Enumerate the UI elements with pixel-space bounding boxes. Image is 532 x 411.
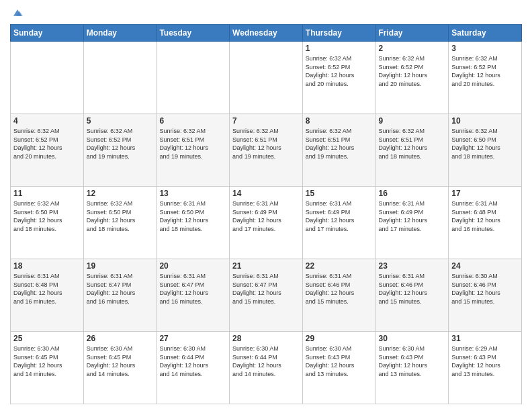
day-info: Sunrise: 6:32 AM Sunset: 6:52 PM Dayligh… xyxy=(379,54,446,88)
day-cell: 8Sunrise: 6:32 AM Sunset: 6:51 PM Daylig… xyxy=(302,114,375,187)
calendar-table: SundayMondayTuesdayWednesdayThursdayFrid… xyxy=(10,24,522,404)
day-number: 18 xyxy=(13,261,81,271)
day-cell: 10Sunrise: 6:32 AM Sunset: 6:50 PM Dayli… xyxy=(449,114,522,187)
day-cell: 2Sunrise: 6:32 AM Sunset: 6:52 PM Daylig… xyxy=(375,42,449,114)
day-info: Sunrise: 6:32 AM Sunset: 6:52 PM Dayligh… xyxy=(451,54,519,88)
day-info: Sunrise: 6:32 AM Sunset: 6:51 PM Dayligh… xyxy=(379,127,446,161)
weekday-header-friday: Friday xyxy=(375,25,449,42)
day-info: Sunrise: 6:30 AM Sunset: 6:45 PM Dayligh… xyxy=(87,345,154,378)
day-cell: 6Sunrise: 6:32 AM Sunset: 6:51 PM Daylig… xyxy=(157,114,230,187)
day-number: 17 xyxy=(451,189,519,198)
day-number: 11 xyxy=(13,189,81,198)
day-info: Sunrise: 6:32 AM Sunset: 6:50 PM Dayligh… xyxy=(13,199,81,233)
week-row-3: 11Sunrise: 6:32 AM Sunset: 6:50 PM Dayli… xyxy=(11,187,522,259)
logo-icon xyxy=(11,7,24,19)
day-cell xyxy=(230,42,303,114)
day-number: 30 xyxy=(379,334,446,343)
day-number: 1 xyxy=(306,44,373,53)
day-info: Sunrise: 6:30 AM Sunset: 6:45 PM Dayligh… xyxy=(13,345,81,378)
day-number: 29 xyxy=(306,334,373,343)
day-number: 26 xyxy=(87,334,154,343)
day-number: 15 xyxy=(306,189,373,198)
day-info: Sunrise: 6:31 AM Sunset: 6:49 PM Dayligh… xyxy=(306,199,373,233)
day-number: 4 xyxy=(13,116,81,126)
day-number: 21 xyxy=(232,261,300,271)
day-info: Sunrise: 6:30 AM Sunset: 6:46 PM Dayligh… xyxy=(451,272,519,306)
day-number: 8 xyxy=(306,116,373,126)
day-cell: 9Sunrise: 6:32 AM Sunset: 6:51 PM Daylig… xyxy=(375,114,449,187)
day-number: 22 xyxy=(306,261,373,271)
day-info: Sunrise: 6:31 AM Sunset: 6:46 PM Dayligh… xyxy=(379,272,446,306)
day-cell: 23Sunrise: 6:31 AM Sunset: 6:46 PM Dayli… xyxy=(375,259,449,332)
day-number: 12 xyxy=(87,189,154,198)
day-cell: 18Sunrise: 6:31 AM Sunset: 6:48 PM Dayli… xyxy=(11,259,84,332)
week-row-5: 25Sunrise: 6:30 AM Sunset: 6:45 PM Dayli… xyxy=(11,332,522,404)
day-number: 6 xyxy=(159,116,226,126)
day-info: Sunrise: 6:32 AM Sunset: 6:51 PM Dayligh… xyxy=(232,127,300,161)
logo xyxy=(10,7,24,19)
day-number: 25 xyxy=(13,334,81,343)
day-cell: 29Sunrise: 6:30 AM Sunset: 6:43 PM Dayli… xyxy=(302,332,375,404)
day-number: 2 xyxy=(379,44,446,53)
day-cell: 17Sunrise: 6:31 AM Sunset: 6:48 PM Dayli… xyxy=(449,187,522,259)
weekday-header-tuesday: Tuesday xyxy=(157,25,230,42)
page: SundayMondayTuesdayWednesdayThursdayFrid… xyxy=(0,0,532,411)
day-info: Sunrise: 6:31 AM Sunset: 6:48 PM Dayligh… xyxy=(13,272,81,306)
day-number: 3 xyxy=(451,44,519,53)
weekday-header-sunday: Sunday xyxy=(11,25,84,42)
week-row-4: 18Sunrise: 6:31 AM Sunset: 6:48 PM Dayli… xyxy=(11,259,522,332)
day-number: 31 xyxy=(451,334,519,343)
week-row-2: 4Sunrise: 6:32 AM Sunset: 6:52 PM Daylig… xyxy=(11,114,522,187)
day-info: Sunrise: 6:30 AM Sunset: 6:43 PM Dayligh… xyxy=(379,345,446,378)
day-cell: 4Sunrise: 6:32 AM Sunset: 6:52 PM Daylig… xyxy=(11,114,84,187)
day-cell: 26Sunrise: 6:30 AM Sunset: 6:45 PM Dayli… xyxy=(83,332,157,404)
day-info: Sunrise: 6:32 AM Sunset: 6:52 PM Dayligh… xyxy=(13,127,81,161)
day-cell xyxy=(11,42,84,114)
day-number: 7 xyxy=(232,116,300,126)
day-info: Sunrise: 6:31 AM Sunset: 6:46 PM Dayligh… xyxy=(306,272,373,306)
day-number: 27 xyxy=(159,334,226,343)
day-cell: 25Sunrise: 6:30 AM Sunset: 6:45 PM Dayli… xyxy=(11,332,84,404)
day-info: Sunrise: 6:31 AM Sunset: 6:47 PM Dayligh… xyxy=(87,272,154,306)
day-cell: 30Sunrise: 6:30 AM Sunset: 6:43 PM Dayli… xyxy=(375,332,449,404)
day-number: 24 xyxy=(451,261,519,271)
day-number: 19 xyxy=(87,261,154,271)
day-info: Sunrise: 6:29 AM Sunset: 6:43 PM Dayligh… xyxy=(451,345,519,378)
day-cell: 15Sunrise: 6:31 AM Sunset: 6:49 PM Dayli… xyxy=(302,187,375,259)
day-cell: 7Sunrise: 6:32 AM Sunset: 6:51 PM Daylig… xyxy=(230,114,303,187)
day-info: Sunrise: 6:30 AM Sunset: 6:44 PM Dayligh… xyxy=(232,345,300,378)
day-info: Sunrise: 6:31 AM Sunset: 6:47 PM Dayligh… xyxy=(232,272,300,306)
day-info: Sunrise: 6:32 AM Sunset: 6:50 PM Dayligh… xyxy=(451,127,519,161)
day-number: 10 xyxy=(451,116,519,126)
weekday-header-thursday: Thursday xyxy=(302,25,375,42)
day-cell: 1Sunrise: 6:32 AM Sunset: 6:52 PM Daylig… xyxy=(302,42,375,114)
day-number: 5 xyxy=(87,116,154,126)
day-number: 13 xyxy=(159,189,226,198)
day-cell: 3Sunrise: 6:32 AM Sunset: 6:52 PM Daylig… xyxy=(449,42,522,114)
day-cell: 21Sunrise: 6:31 AM Sunset: 6:47 PM Dayli… xyxy=(230,259,303,332)
day-cell: 11Sunrise: 6:32 AM Sunset: 6:50 PM Dayli… xyxy=(11,187,84,259)
day-number: 14 xyxy=(232,189,300,198)
day-info: Sunrise: 6:31 AM Sunset: 6:47 PM Dayligh… xyxy=(159,272,226,306)
day-cell: 22Sunrise: 6:31 AM Sunset: 6:46 PM Dayli… xyxy=(302,259,375,332)
day-cell: 19Sunrise: 6:31 AM Sunset: 6:47 PM Dayli… xyxy=(83,259,157,332)
day-cell: 24Sunrise: 6:30 AM Sunset: 6:46 PM Dayli… xyxy=(449,259,522,332)
day-info: Sunrise: 6:30 AM Sunset: 6:43 PM Dayligh… xyxy=(306,345,373,378)
day-info: Sunrise: 6:31 AM Sunset: 6:49 PM Dayligh… xyxy=(232,199,300,233)
day-cell: 28Sunrise: 6:30 AM Sunset: 6:44 PM Dayli… xyxy=(230,332,303,404)
header xyxy=(10,7,522,19)
weekday-header-row: SundayMondayTuesdayWednesdayThursdayFrid… xyxy=(11,25,522,42)
day-number: 16 xyxy=(379,189,446,198)
day-number: 20 xyxy=(159,261,226,271)
day-info: Sunrise: 6:32 AM Sunset: 6:50 PM Dayligh… xyxy=(87,199,154,233)
day-info: Sunrise: 6:31 AM Sunset: 6:49 PM Dayligh… xyxy=(379,199,446,233)
week-row-1: 1Sunrise: 6:32 AM Sunset: 6:52 PM Daylig… xyxy=(11,42,522,114)
day-cell xyxy=(83,42,157,114)
day-number: 28 xyxy=(232,334,300,343)
day-cell: 12Sunrise: 6:32 AM Sunset: 6:50 PM Dayli… xyxy=(83,187,157,259)
weekday-header-saturday: Saturday xyxy=(449,25,522,42)
day-info: Sunrise: 6:30 AM Sunset: 6:44 PM Dayligh… xyxy=(159,345,226,378)
day-cell: 31Sunrise: 6:29 AM Sunset: 6:43 PM Dayli… xyxy=(449,332,522,404)
day-number: 23 xyxy=(379,261,446,271)
day-info: Sunrise: 6:32 AM Sunset: 6:51 PM Dayligh… xyxy=(159,127,226,161)
